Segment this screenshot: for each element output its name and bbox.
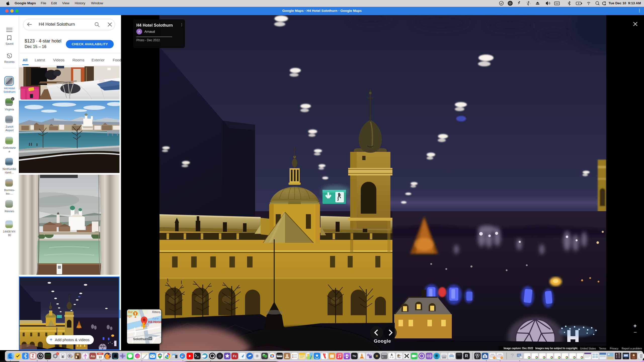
svg-text:A: A	[390, 356, 391, 358]
svg-text:Ritterq: Ritterq	[152, 310, 160, 313]
svg-text:1: 1	[57, 353, 58, 355]
svg-text:Aa: Aa	[91, 354, 95, 358]
svg-text:a: a	[392, 356, 393, 358]
svg-text:Bar: Bar	[128, 310, 133, 314]
svg-text:Z: Z	[32, 354, 34, 358]
svg-text:nge: nge	[127, 314, 132, 318]
svg-text:?tv: ?tv	[352, 355, 356, 357]
svg-text:10: 10	[98, 355, 102, 359]
svg-text:Solothurn: Solothurn	[133, 337, 148, 341]
svg-text:R: R	[465, 354, 468, 358]
svg-text:Aare: Aare	[152, 317, 159, 320]
svg-text:?: ?	[511, 352, 514, 359]
svg-text:G: G	[484, 355, 486, 358]
svg-text:Q: Q	[219, 354, 221, 357]
svg-text:H4 Hotel: H4 Hotel	[148, 320, 161, 324]
svg-text:B: B	[122, 354, 124, 358]
svg-text:DEC: DEC	[98, 353, 102, 355]
svg-text:Fz: Fz	[233, 354, 237, 358]
